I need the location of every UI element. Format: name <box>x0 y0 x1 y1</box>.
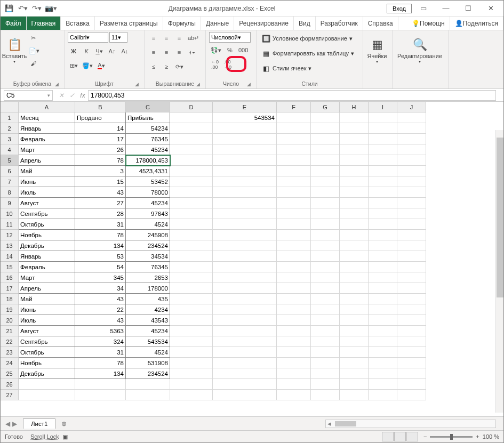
cells-button[interactable]: ▦Ячейки▾ <box>366 32 388 69</box>
cell[interactable] <box>170 251 213 262</box>
cell[interactable] <box>213 219 277 230</box>
cell[interactable] <box>277 144 311 155</box>
cell[interactable]: 245908 <box>126 230 170 240</box>
cell[interactable] <box>277 155 311 166</box>
cell[interactable]: Прибыль <box>126 112 170 123</box>
cell[interactable] <box>213 379 277 390</box>
cell[interactable]: 234524 <box>126 368 170 379</box>
cell[interactable] <box>213 251 277 262</box>
cell[interactable] <box>170 123 213 134</box>
cell[interactable] <box>397 283 426 294</box>
cell[interactable] <box>277 198 311 208</box>
cell[interactable] <box>170 240 213 251</box>
cell[interactable]: 31 <box>75 219 126 230</box>
save-icon[interactable]: 💾 <box>3 2 15 15</box>
align-launcher[interactable]: ◢ <box>195 81 201 87</box>
cell[interactable]: 543534 <box>213 112 277 123</box>
conditional-formatting-button[interactable]: 🔲Условное форматирование▾ <box>260 32 355 45</box>
sheet-nav[interactable]: ◀ ▶ <box>1 420 22 428</box>
cell[interactable] <box>277 176 311 187</box>
cell[interactable]: 43543 <box>126 315 170 326</box>
align-mid-icon[interactable]: ≡ <box>161 32 172 44</box>
cell[interactable] <box>170 315 213 326</box>
number-format-combo[interactable]: Числовой▾ <box>209 32 251 43</box>
cell[interactable] <box>311 347 340 358</box>
col-header-C[interactable]: C <box>126 102 170 112</box>
cell[interactable]: 45234 <box>126 144 170 155</box>
cell[interactable] <box>397 155 426 166</box>
cell[interactable]: 43 <box>75 187 126 198</box>
cell[interactable]: Октябрь <box>19 347 75 358</box>
row-header-25[interactable]: 25 <box>1 368 19 379</box>
cell[interactable] <box>277 358 311 368</box>
indent-inc-icon[interactable]: ≥ <box>161 61 172 73</box>
decrease-decimal-icon[interactable]: .00→0 <box>222 59 234 70</box>
cell[interactable]: Продано <box>75 112 126 123</box>
cell[interactable] <box>311 208 340 219</box>
cell[interactable] <box>311 198 340 208</box>
cell[interactable] <box>369 123 397 134</box>
cell[interactable] <box>340 272 369 283</box>
cell[interactable] <box>311 272 340 283</box>
row-header-4[interactable]: 4 <box>1 144 19 155</box>
grow-font-icon[interactable]: A↑ <box>106 45 118 57</box>
cell[interactable]: 345 <box>75 272 126 283</box>
increase-decimal-icon[interactable]: ←0.00 <box>209 59 221 70</box>
cell[interactable] <box>170 166 213 176</box>
cell[interactable]: Январь <box>19 251 75 262</box>
cell[interactable]: 4234 <box>126 304 170 315</box>
row-header-3[interactable]: 3 <box>1 134 19 144</box>
cell[interactable] <box>397 208 426 219</box>
cell[interactable] <box>170 294 213 304</box>
cell[interactable] <box>340 326 369 336</box>
align-right-icon[interactable]: ≡ <box>173 46 185 58</box>
cell[interactable] <box>340 134 369 144</box>
cell[interactable] <box>369 251 397 262</box>
cell[interactable] <box>311 166 340 176</box>
cell[interactable]: 27 <box>75 198 126 208</box>
cell[interactable] <box>340 294 369 304</box>
cell[interactable]: Месяц <box>19 112 75 123</box>
row-header-15[interactable]: 15 <box>1 262 19 272</box>
cell[interactable] <box>311 379 340 390</box>
cell[interactable]: 4524 <box>126 219 170 230</box>
cell[interactable]: Март <box>19 272 75 283</box>
cell[interactable] <box>340 219 369 230</box>
sheet-tab-1[interactable]: Лист1 <box>23 418 55 429</box>
cell[interactable] <box>340 155 369 166</box>
wrap-text-icon[interactable]: ab↵ <box>186 32 201 44</box>
cell[interactable] <box>277 283 311 294</box>
cell[interactable] <box>397 294 426 304</box>
cell[interactable] <box>311 230 340 240</box>
cell[interactable] <box>369 304 397 315</box>
cell[interactable] <box>277 347 311 358</box>
cell[interactable] <box>213 230 277 240</box>
cell[interactable] <box>213 134 277 144</box>
cut-icon[interactable]: ✂ <box>27 32 39 44</box>
cell[interactable] <box>369 134 397 144</box>
cell[interactable]: 4524 <box>126 347 170 358</box>
cell[interactable] <box>311 390 340 400</box>
font-launcher[interactable]: ◢ <box>133 81 140 87</box>
cell[interactable] <box>369 155 397 166</box>
cell[interactable]: Октябрь <box>19 219 75 230</box>
cell[interactable]: Сентябрь <box>19 336 75 347</box>
row-header-10[interactable]: 10 <box>1 208 19 219</box>
cell[interactable] <box>340 208 369 219</box>
cell[interactable] <box>277 219 311 230</box>
cell[interactable]: 54234 <box>126 123 170 134</box>
cell[interactable] <box>340 123 369 134</box>
cell[interactable] <box>213 304 277 315</box>
cell[interactable] <box>75 390 126 400</box>
zoom-out-icon[interactable]: − <box>423 433 427 440</box>
tab-insert[interactable]: Вставка <box>61 17 95 30</box>
cell[interactable]: 234524 <box>126 240 170 251</box>
view-pagebreak-icon[interactable] <box>406 432 418 441</box>
cell[interactable] <box>277 272 311 283</box>
cell[interactable] <box>126 390 170 400</box>
cell[interactable] <box>369 272 397 283</box>
cell[interactable] <box>170 272 213 283</box>
cell[interactable] <box>19 390 75 400</box>
cell[interactable]: 4523,4331 <box>126 166 170 176</box>
cell[interactable] <box>397 347 426 358</box>
